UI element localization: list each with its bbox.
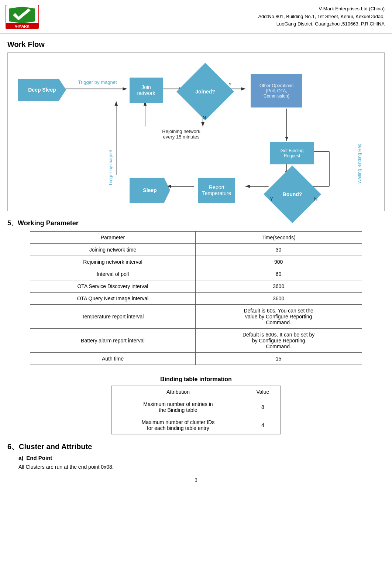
- deep-sleep-shape: Deep Sleep: [18, 79, 66, 101]
- flow-diagram: Trigger by magnet Deep Sleep Joinnetwork…: [11, 60, 381, 204]
- join-network-label: Joinnetwork: [137, 84, 155, 96]
- workflow-title: Work Flow: [7, 40, 385, 49]
- table-row: OTA Service Discovery interval3600: [30, 280, 362, 293]
- section6: 6、Cluster and Attribute a) End Point All…: [7, 442, 385, 470]
- company-address1: Add:No.801, Building No.1, 1st Street, K…: [41, 13, 385, 21]
- section6-title: 6、Cluster and Attribute: [7, 442, 385, 452]
- binding-table-title: Binding table information: [7, 376, 385, 383]
- subsection-a-label: a): [18, 455, 23, 461]
- table-row: OTA Query Next Image interval3600: [30, 293, 362, 305]
- section5-title: 5、Working Parameter: [7, 219, 385, 228]
- y-top-label: Y: [228, 82, 232, 87]
- table-header-row: Parameter Time(seconds): [30, 232, 362, 244]
- report-temp-label: ReportTemperature: [202, 184, 231, 196]
- get-binding-shape: Get BindingRequest: [270, 142, 314, 164]
- col-parameter: Parameter: [30, 232, 195, 244]
- section5: 5、Working Parameter Parameter Time(secon…: [7, 219, 385, 434]
- table-row: Temperature report intervalDefault is 60…: [30, 305, 362, 329]
- waiting-binding-label: Waiting Binding Req: [357, 134, 362, 193]
- subsection-a-title: End Point: [26, 455, 52, 461]
- company-name: V-Mark Enterprises Ltd.(China): [41, 5, 385, 13]
- vmark-logo: V-MARK: [6, 5, 39, 29]
- deep-sleep-label: Deep Sleep: [28, 87, 56, 93]
- table-row: Battery alarm report intervalDefault is …: [30, 329, 362, 353]
- table-row: Joining network time30: [30, 244, 362, 256]
- working-param-table: Parameter Time(seconds) Joining network …: [30, 231, 362, 365]
- subsection-a-text: All Clusters are run at the end point 0x…: [18, 464, 385, 470]
- sleep-label: Sleep: [143, 187, 157, 193]
- table-row: Maximum number of entries inthe Binding …: [111, 398, 281, 416]
- col-time: Time(seconds): [195, 232, 362, 244]
- table-row: Auth time15: [30, 353, 362, 365]
- joined-label: Joined?: [195, 89, 215, 95]
- other-operations-label: Other Operations(Poll, OTA,Commission): [259, 83, 293, 99]
- y-bottom-label: Y: [270, 196, 273, 202]
- page-number: 3: [0, 477, 392, 483]
- trigger-magnet-top-label: Trigger by magnet: [66, 79, 129, 85]
- joined-diamond: Joined?: [185, 71, 226, 112]
- table-row: Rejoining network interval900: [30, 256, 362, 268]
- subsection-a: a) End Point All Clusters are run at the…: [18, 455, 385, 470]
- sleep-shape: Sleep: [130, 178, 170, 203]
- svg-text:V-MARK: V-MARK: [15, 24, 30, 28]
- join-network-shape: Joinnetwork: [130, 78, 163, 103]
- n-bottom-label: N: [314, 196, 317, 202]
- company-address2: LuoGang District, Guangzhou ,510663, P.R…: [41, 20, 385, 28]
- col-attribution: Attribution: [111, 386, 245, 398]
- other-operations-shape: Other Operations(Poll, OTA,Commission): [251, 74, 302, 107]
- binding-table: Attribution Value Maximum number of entr…: [111, 386, 281, 434]
- workflow-container: Trigger by magnet Deep Sleep Joinnetwork…: [7, 52, 385, 211]
- table-row: Interval of poll60: [30, 268, 362, 280]
- report-temp-shape: ReportTemperature: [198, 178, 235, 203]
- trigger-magnet-left-label: Trigger by magnet: [108, 127, 113, 186]
- binding-header-row: Attribution Value: [111, 386, 281, 398]
- n-top-label: N: [203, 115, 206, 120]
- table-row: Maximum number of cluster IDsfor each bi…: [111, 416, 281, 434]
- get-binding-label: Get BindingRequest: [281, 148, 304, 158]
- company-info: V-Mark Enterprises Ltd.(China) Add:No.80…: [41, 5, 385, 28]
- logo-area: V-MARK: [4, 4, 41, 30]
- bound-label: Bound?: [283, 191, 302, 197]
- rejoining-label: Rejoining networkevery 15 minutes: [152, 129, 211, 140]
- col-value: Value: [245, 386, 281, 398]
- bound-diamond: Bound?: [272, 174, 313, 215]
- header: V-MARK V-Mark Enterprises Ltd.(China) Ad…: [0, 0, 392, 34]
